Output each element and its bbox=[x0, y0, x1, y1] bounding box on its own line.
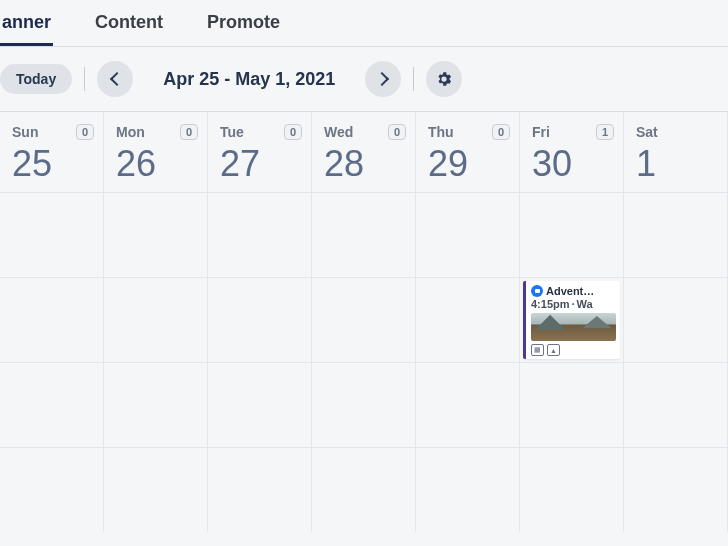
next-week-button[interactable] bbox=[365, 61, 401, 97]
calendar-cell[interactable] bbox=[208, 362, 311, 447]
date-range-label: Apr 25 - May 1, 2021 bbox=[145, 69, 353, 90]
chevron-left-icon bbox=[110, 72, 124, 86]
calendar-cell[interactable] bbox=[312, 447, 415, 532]
day-header: Wed 0 bbox=[312, 112, 415, 146]
day-count-badge: 0 bbox=[76, 124, 94, 140]
day-header: Sun 0 bbox=[0, 112, 103, 146]
tab-promote[interactable]: Promote bbox=[205, 8, 282, 46]
day-count-badge: 0 bbox=[180, 124, 198, 140]
day-header: Sat bbox=[624, 112, 727, 146]
day-name: Wed bbox=[324, 124, 353, 140]
calendar-cell[interactable] bbox=[624, 447, 727, 532]
day-column-sat: Sat 1 bbox=[624, 112, 728, 532]
calendar-cell[interactable] bbox=[312, 277, 415, 362]
day-count-badge: 1 bbox=[596, 124, 614, 140]
day-column-fri: Fri 1 30 Advent… 4:15pm·Wa ▦ ▲ bbox=[520, 112, 624, 532]
event-time: 4:15pm bbox=[531, 298, 570, 310]
event-text: Wa bbox=[577, 298, 593, 310]
calendar-cell[interactable] bbox=[624, 362, 727, 447]
day-number: 25 bbox=[0, 146, 103, 192]
calendar-cell[interactable] bbox=[208, 447, 311, 532]
day-number: 30 bbox=[520, 146, 623, 192]
calendar-cell[interactable] bbox=[624, 277, 727, 362]
day-name: Sun bbox=[12, 124, 38, 140]
day-number: 27 bbox=[208, 146, 311, 192]
day-name: Mon bbox=[116, 124, 145, 140]
divider bbox=[84, 67, 85, 91]
day-count-badge: 0 bbox=[492, 124, 510, 140]
day-column-thu: Thu 0 29 bbox=[416, 112, 520, 532]
calendar-cell[interactable] bbox=[624, 192, 727, 277]
day-column-mon: Mon 0 26 bbox=[104, 112, 208, 532]
image-icon: ▲ bbox=[547, 344, 560, 356]
separator: · bbox=[572, 298, 575, 310]
calendar-cell[interactable] bbox=[0, 447, 103, 532]
calendar-cell[interactable] bbox=[104, 277, 207, 362]
day-column-tue: Tue 0 27 bbox=[208, 112, 312, 532]
gear-icon bbox=[435, 70, 453, 88]
day-name: Fri bbox=[532, 124, 550, 140]
day-column-wed: Wed 0 28 bbox=[312, 112, 416, 532]
calendar-cell[interactable] bbox=[0, 362, 103, 447]
calendar-cell[interactable] bbox=[104, 192, 207, 277]
day-number: 28 bbox=[312, 146, 415, 192]
day-header: Tue 0 bbox=[208, 112, 311, 146]
calendar-cell[interactable]: Advent… 4:15pm·Wa ▦ ▲ bbox=[520, 277, 623, 362]
tab-content[interactable]: Content bbox=[93, 8, 165, 46]
calendar-cell[interactable] bbox=[416, 362, 519, 447]
calendar-cell[interactable] bbox=[416, 192, 519, 277]
divider bbox=[413, 67, 414, 91]
calendar-cell[interactable] bbox=[104, 447, 207, 532]
calendar-cell[interactable] bbox=[104, 362, 207, 447]
calendar-cell[interactable] bbox=[520, 362, 623, 447]
chevron-right-icon bbox=[375, 72, 389, 86]
day-number: 29 bbox=[416, 146, 519, 192]
day-name: Tue bbox=[220, 124, 244, 140]
tab-planner[interactable]: anner bbox=[0, 8, 53, 46]
calendar-cell[interactable] bbox=[0, 277, 103, 362]
calendar-cell[interactable] bbox=[312, 362, 415, 447]
day-number: 26 bbox=[104, 146, 207, 192]
day-header: Mon 0 bbox=[104, 112, 207, 146]
facebook-icon bbox=[531, 285, 543, 297]
day-name: Sat bbox=[636, 124, 658, 140]
toolbar: Today Apr 25 - May 1, 2021 bbox=[0, 47, 728, 111]
event-card[interactable]: Advent… 4:15pm·Wa ▦ ▲ bbox=[523, 281, 620, 359]
day-number: 1 bbox=[624, 146, 727, 192]
day-name: Thu bbox=[428, 124, 454, 140]
day-header: Fri 1 bbox=[520, 112, 623, 146]
calendar-cell[interactable] bbox=[312, 192, 415, 277]
today-button[interactable]: Today bbox=[0, 64, 72, 94]
calendar-cell[interactable] bbox=[208, 192, 311, 277]
calendar-cell[interactable] bbox=[0, 192, 103, 277]
day-header: Thu 0 bbox=[416, 112, 519, 146]
calendar-cell[interactable] bbox=[416, 447, 519, 532]
event-title: Advent… bbox=[546, 285, 594, 297]
calendar-icon: ▦ bbox=[531, 344, 544, 356]
event-thumbnail bbox=[531, 313, 616, 341]
prev-week-button[interactable] bbox=[97, 61, 133, 97]
nav-tabs: anner Content Promote bbox=[0, 0, 728, 47]
settings-button[interactable] bbox=[426, 61, 462, 97]
day-count-badge: 0 bbox=[284, 124, 302, 140]
calendar-cell[interactable] bbox=[208, 277, 311, 362]
calendar-cell[interactable] bbox=[416, 277, 519, 362]
calendar-cell[interactable] bbox=[520, 192, 623, 277]
calendar-cell[interactable] bbox=[520, 447, 623, 532]
day-count-badge: 0 bbox=[388, 124, 406, 140]
calendar-grid: Sun 0 25 Mon 0 26 Tue 0 27 bbox=[0, 111, 728, 532]
day-column-sun: Sun 0 25 bbox=[0, 112, 104, 532]
